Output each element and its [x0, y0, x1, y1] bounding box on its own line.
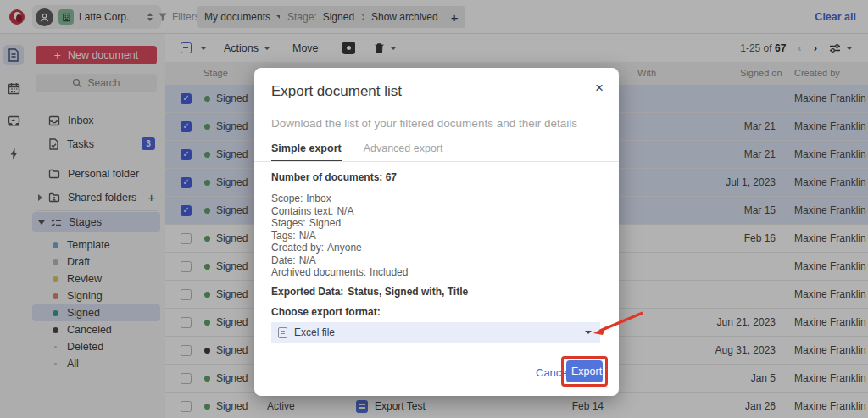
- dialog-title: Export document list: [271, 83, 402, 100]
- excel-file-icon: [278, 327, 287, 338]
- filter-summary-line: Created by:Anyone: [271, 242, 408, 254]
- exported-data-line: Exported Data:Status, Signed with, Title: [271, 286, 468, 298]
- documents-count: Number of documents: 67: [271, 171, 397, 183]
- filter-summary-line: Date:N/A: [271, 254, 408, 267]
- close-icon[interactable]: ×: [595, 80, 604, 97]
- export-dialog: Export document list × Download the list…: [254, 68, 619, 396]
- filter-summary-line: Scope:Inbox: [271, 192, 408, 205]
- format-label: Choose export format:: [271, 306, 381, 318]
- export-button[interactable]: Export: [566, 360, 603, 382]
- filter-summary: Scope:InboxContains text:N/AStages:Signe…: [271, 192, 408, 279]
- filter-summary-line: Tags:N/A: [271, 230, 408, 242]
- select-caret-icon: [585, 331, 592, 334]
- export-tabs: Simple export Advanced export: [271, 142, 442, 162]
- app: Latte Corp. Filters: My documents Stage:…: [0, 0, 868, 418]
- filter-summary-line: Contains text:N/A: [271, 205, 408, 218]
- format-selected-value: Excel file: [294, 326, 335, 338]
- divider: [254, 161, 619, 162]
- filter-summary-line: Stages:Signed: [271, 217, 408, 230]
- dialog-subtitle: Download the list of your filtered docum…: [271, 117, 577, 130]
- filter-summary-line: Archived documents:Included: [271, 266, 408, 279]
- tab-advanced-export[interactable]: Advanced export: [364, 142, 443, 162]
- export-format-select[interactable]: Excel file: [271, 322, 600, 343]
- tab-simple-export[interactable]: Simple export: [271, 142, 342, 162]
